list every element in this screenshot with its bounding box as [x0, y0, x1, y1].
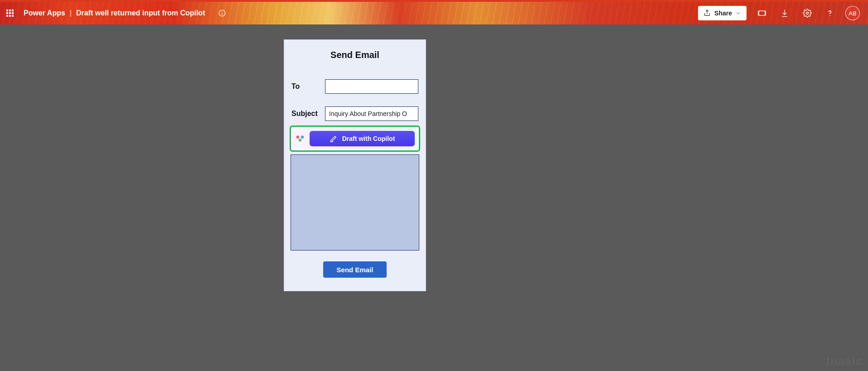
send-email-card: Send Email To Subject Draft with Copilot: [284, 39, 426, 291]
copilot-button-label: Draft with Copilot: [342, 135, 395, 142]
svg-point-2: [222, 11, 223, 12]
subject-input[interactable]: [325, 106, 418, 121]
pen-icon: [330, 135, 338, 143]
page-title: Draft well returned input from Copilot: [76, 9, 205, 17]
send-email-button[interactable]: Send Email: [323, 261, 387, 278]
share-label: Share: [714, 10, 732, 17]
app-launcher[interactable]: [0, 2, 20, 24]
app-canvas: Send Email To Subject Draft with Copilot: [0, 24, 868, 371]
avatar-initials: AB: [849, 10, 856, 17]
gear-icon[interactable]: [800, 6, 815, 20]
svg-point-4: [806, 12, 809, 14]
to-label: To: [291, 82, 325, 91]
subject-label: Subject: [291, 110, 325, 118]
download-icon[interactable]: [777, 6, 792, 20]
fit-screen-icon[interactable]: [755, 6, 769, 20]
waffle-icon: [6, 10, 14, 17]
top-bar: Power Apps | Draft well returned input f…: [0, 0, 868, 24]
card-title: Send Email: [284, 50, 426, 60]
to-input[interactable]: [325, 79, 418, 94]
title-separator: |: [70, 9, 72, 17]
svg-point-5: [829, 15, 830, 16]
copilot-logo-icon: [295, 134, 305, 144]
watermark-text: Inaaic: [826, 354, 863, 368]
help-icon[interactable]: [823, 6, 837, 20]
subject-row: Subject: [284, 106, 426, 121]
svg-rect-3: [759, 11, 765, 15]
to-row: To: [284, 79, 426, 94]
email-body-input[interactable]: [291, 154, 419, 251]
chevron-down-icon: [736, 10, 741, 16]
share-button[interactable]: Share: [698, 6, 747, 20]
draft-with-copilot-button[interactable]: Draft with Copilot: [310, 131, 415, 146]
info-icon[interactable]: [215, 6, 229, 20]
share-icon: [703, 10, 711, 17]
avatar[interactable]: AB: [845, 6, 860, 20]
app-name: Power Apps: [24, 9, 65, 17]
send-button-label: Send Email: [337, 266, 373, 274]
copilot-highlight-box: Draft with Copilot: [290, 125, 420, 152]
copilot-container: Draft with Copilot: [293, 129, 417, 149]
top-bar-actions: Share AB: [698, 2, 868, 24]
